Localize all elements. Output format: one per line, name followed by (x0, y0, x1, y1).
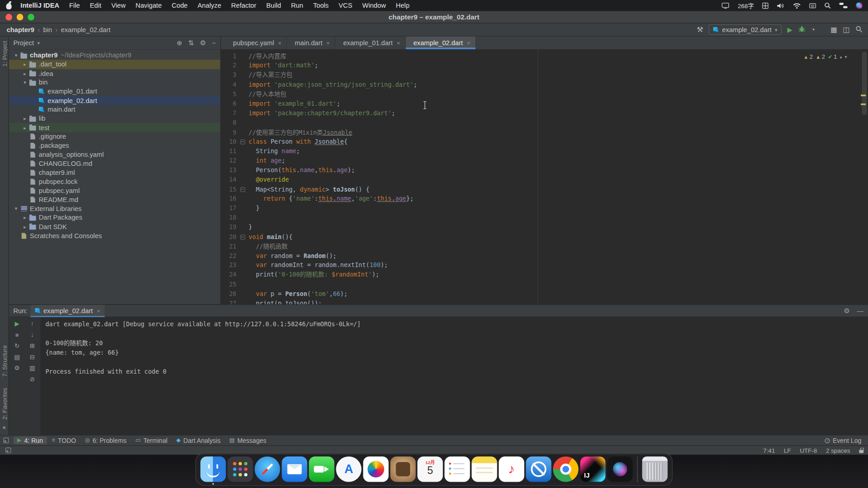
restore-layout-icon[interactable]: ◫ (843, 26, 850, 33)
tree-item-lib[interactable]: ▸lib (9, 114, 221, 123)
siri-icon[interactable] (856, 2, 863, 9)
menu-item-intellij-idea[interactable]: IntelliJ IDEA (15, 2, 64, 9)
menu-item-view[interactable]: View (106, 2, 131, 9)
chevron-closed-icon[interactable]: ▸ (21, 215, 29, 221)
code-area[interactable]: 1//导入内置库2import 'dart:math';3//导入第三方包4im… (221, 50, 868, 304)
tree-item-example-01-dart[interactable]: example_01.dart (9, 87, 221, 96)
tree-item-main-dart[interactable]: main.dart (9, 105, 221, 114)
tree-item-dart-tool[interactable]: ▸.dart_tool (9, 60, 221, 69)
chevron-open-icon[interactable]: ▾ (21, 80, 29, 85)
favorites-star-icon[interactable]: ★ (0, 425, 8, 430)
code-line[interactable]: 10−class Person with Jsonable{ (221, 137, 868, 146)
gear-icon[interactable]: ⚙ (200, 39, 206, 47)
up-icon[interactable]: ↑ (31, 321, 34, 327)
menu-item-help[interactable]: Help (391, 2, 415, 9)
close-icon[interactable]: × (97, 307, 100, 314)
breadcrumb-item-chapter9[interactable]: chapter9 (5, 26, 35, 33)
input-source-indicator[interactable]: 268字 (738, 1, 754, 10)
dock-finder-icon[interactable] (200, 456, 226, 482)
breadcrumb-item-example-02-dart[interactable]: example_02.dart (60, 26, 111, 33)
code-line[interactable]: 15− Map<String, dynamic> toJson() { (221, 185, 868, 194)
code-line[interactable]: 3//导入第三方包 (221, 70, 868, 80)
menu-item-file[interactable]: File (64, 2, 85, 9)
code-line[interactable]: 24 print('0-100的随机数: $randomInt'); (221, 270, 868, 280)
toolwindow-button-dart-analysis[interactable]: ◆Dart Analysis (172, 436, 224, 444)
console-output[interactable]: dart example_02.dart [Debug service avai… (41, 317, 868, 435)
toolwindow-button-terminal[interactable]: ▭Terminal (132, 436, 171, 444)
code-line[interactable]: 12 int age; (221, 156, 868, 165)
dock-intellij-idea-icon[interactable] (580, 456, 605, 482)
project-panel-title[interactable]: Project (13, 39, 34, 47)
prev-problem-icon[interactable]: ▴ (840, 54, 842, 59)
chevron-down-icon[interactable]: ▾ (37, 40, 40, 46)
chevron-closed-icon[interactable]: ▸ (21, 61, 29, 67)
dock-chrome-icon[interactable] (553, 456, 578, 482)
code-line[interactable]: 22 var random = Random(); (221, 251, 868, 261)
dock-app-store-icon[interactable] (336, 456, 361, 482)
file-encoding[interactable]: UTF-8 (800, 447, 817, 454)
breadcrumb-item-bin[interactable]: bin (42, 26, 53, 33)
tree-item-scratches-and-consoles[interactable]: Scratches and Consoles (9, 231, 221, 240)
volume-icon[interactable] (777, 3, 784, 9)
tree-item-idea[interactable]: ▸.idea (9, 69, 221, 78)
rerun-icon[interactable]: ▶ (14, 321, 19, 327)
run-button[interactable]: ▶ (788, 26, 793, 33)
chevron-open-icon[interactable]: ▾ (12, 206, 20, 211)
spotlight-search-icon[interactable] (824, 2, 831, 9)
clear-icon[interactable]: ⊘ (30, 376, 35, 382)
dock-siri-icon[interactable] (607, 456, 632, 482)
menu-item-window[interactable]: Window (357, 2, 391, 9)
toolwindow-switcher-icon[interactable] (3, 438, 9, 443)
dock-safari-icon[interactable] (255, 456, 280, 482)
dock-facetime-icon[interactable] (309, 456, 334, 482)
locate-file-icon[interactable]: ⊕ (177, 39, 182, 47)
readonly-lock-icon[interactable] (859, 450, 863, 453)
menu-item-run[interactable]: Run (286, 2, 308, 9)
refresh-icon[interactable]: ↻ (14, 343, 19, 349)
code-line[interactable]: 26 var p = Person('tom',66); (221, 289, 868, 299)
code-line[interactable]: 18 (221, 213, 868, 223)
code-line[interactable]: 27 print(p.toJson()); (221, 299, 868, 304)
code-line[interactable]: 2import 'dart:math'; (221, 61, 868, 70)
tools-icon[interactable]: ⚙ (14, 365, 20, 371)
code-line[interactable]: 9//使用第三方包的Mixin类Jsonable (221, 127, 868, 137)
toolwindow-button-todo[interactable]: ≡TODO (48, 436, 80, 444)
code-line[interactable]: 20−void main(){ (221, 232, 868, 242)
project-structure-icon[interactable]: ▦ (830, 26, 837, 33)
tree-item-chapter9[interactable]: ▾chapter9~/IdeaProjects/chapter9 (9, 51, 221, 60)
fold-marker-icon[interactable]: − (236, 232, 249, 242)
hide-panel-icon[interactable]: — (857, 307, 864, 314)
code-line[interactable]: 14 @override (221, 175, 868, 184)
dock-launchpad-icon[interactable] (227, 456, 253, 482)
code-line[interactable]: 1//导入内置库 (221, 52, 868, 61)
tab-example-01-dart[interactable]: example_01.dart× (335, 37, 406, 49)
code-line[interactable]: 5//导入本地包 (221, 89, 868, 99)
code-line[interactable]: 21 //随机函数 (221, 242, 868, 251)
stage-manager-icon[interactable] (809, 3, 816, 8)
close-window-button[interactable] (5, 14, 12, 20)
tree-item-gitignore[interactable]: .gitignore (9, 132, 221, 141)
toolwindow-stripe-favorites[interactable]: 2: Favorites (1, 388, 8, 419)
code-line[interactable]: 17 } (221, 204, 868, 213)
tree-item-packages[interactable]: .packages (9, 141, 221, 150)
layout-icon[interactable]: ▤ (14, 354, 20, 360)
tree-item-example-02-dart[interactable]: example_02.dart (9, 96, 221, 105)
expand-all-icon[interactable]: ⊞ (30, 343, 35, 349)
search-everywhere-icon[interactable] (855, 25, 863, 34)
dock-calendar-icon[interactable]: 12月5 (417, 456, 443, 482)
run-tab[interactable]: example_02.dart × (31, 305, 105, 317)
tree-item-bin[interactable]: ▾bin (9, 78, 221, 87)
toolwindow-toggle-icon[interactable] (5, 448, 11, 453)
chevron-closed-icon[interactable]: ▸ (21, 125, 29, 130)
chevron-open-icon[interactable]: ▾ (12, 52, 20, 58)
toolwindow-stripe-project[interactable]: 1: Project (1, 41, 8, 67)
chevron-closed-icon[interactable]: ▸ (21, 116, 29, 121)
chevron-closed-icon[interactable]: ▸ (21, 224, 29, 230)
fold-marker-icon[interactable]: − (236, 137, 249, 146)
code-line[interactable]: 25 (221, 280, 868, 289)
apple-menu-icon[interactable] (5, 2, 12, 9)
tab-main-dart[interactable]: main.dart× (287, 37, 335, 49)
close-icon[interactable]: × (396, 40, 400, 47)
menu-item-code[interactable]: Code (167, 2, 193, 9)
toolwindow-button-4-run[interactable]: ▶4: Run (13, 436, 47, 444)
